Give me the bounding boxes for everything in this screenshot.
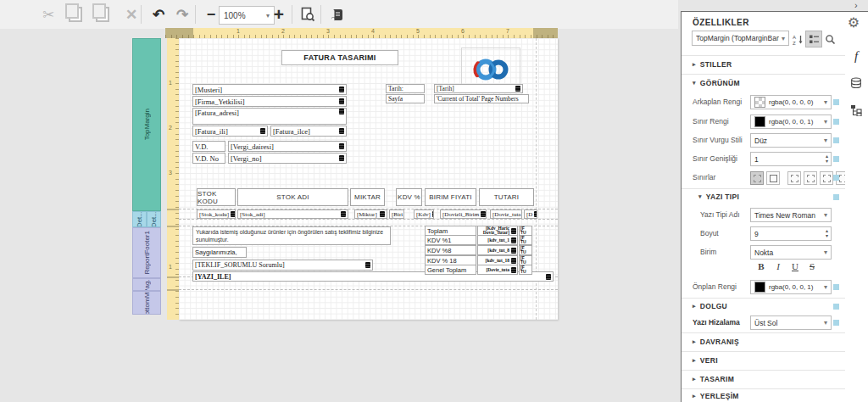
total-value[interactable]: [Doviz_tuta	[477, 265, 518, 275]
arkaplan-color-dropdown[interactable]: rgba(0, 0, 0, 0) ▾	[750, 95, 832, 109]
undo-button[interactable]: ↶	[147, 3, 170, 25]
band-detail-report[interactable]: Det...	[132, 211, 147, 227]
label-sayfa[interactable]: Sayfa	[386, 94, 425, 103]
header-miktar[interactable]: MIKTAR	[350, 188, 385, 206]
property-marker[interactable]	[833, 99, 839, 105]
detail-birim[interactable]: [Biri	[389, 209, 404, 219]
total-side-cell[interactable]: [FTU	[519, 265, 532, 275]
zoom-select[interactable]: 100%▾	[219, 6, 275, 25]
header-birim-fiyati[interactable]: BIRIM FIYATI	[425, 188, 476, 206]
scripts-button[interactable]	[326, 3, 348, 25]
property-marker[interactable]	[833, 284, 839, 290]
bold-button[interactable]: B	[754, 261, 768, 271]
label-vd-no[interactable]: V.D. No	[192, 153, 225, 164]
field-musteri[interactable]: [Musteri]	[192, 84, 347, 95]
band-report-footer[interactable]: ReportFooter1	[132, 227, 161, 278]
header-stok-adi[interactable]: STOK ADI	[237, 188, 348, 206]
font-size-spinner[interactable]: 9 ▴▾	[750, 226, 832, 241]
field-page-numbers[interactable]: 'Current of Total' Page Numbers	[434, 94, 529, 103]
report-title-label[interactable]: FATURA TASARIMI	[281, 50, 398, 65]
paste-button[interactable]	[92, 3, 114, 25]
label-regards[interactable]: Saygılarımızla,	[192, 247, 247, 258]
detail-doviz-tutar[interactable]: [Doviz_tuta	[490, 209, 522, 219]
section-yerlesim[interactable]: ▸YERLEŞİM	[682, 388, 845, 402]
band-bottom-margin[interactable]: BottomM...	[132, 291, 161, 315]
header-stok-kodu[interactable]: STOK KODU	[197, 188, 236, 206]
field-vergi-no[interactable]: [Vergi_no]	[228, 153, 347, 164]
property-marker[interactable]	[833, 304, 839, 310]
total-value[interactable]: [kdv_tut_1	[477, 235, 518, 245]
border-left-button[interactable]	[787, 171, 801, 185]
label-tarih[interactable]: Tarih:	[386, 84, 425, 93]
section-yazi-tipi[interactable]: ▾YAZI TIPI	[682, 188, 845, 204]
band-page-footer[interactable]: Pag...	[132, 278, 161, 291]
design-surface[interactable]: FATURA TASARIMI [Musteri] [Firma_Yetkili…	[179, 38, 558, 320]
field-firma-yetkilisi[interactable]: [Firma_Yetkilisi]	[192, 96, 347, 107]
detail-stok-kodu[interactable]: [Stok_kodu]	[197, 209, 236, 219]
cut-button[interactable]: ✂	[37, 3, 59, 25]
border-all-button[interactable]	[750, 171, 764, 185]
total-label[interactable]: KDV %8	[425, 245, 476, 255]
total-label[interactable]: Genel Toplam	[425, 265, 476, 275]
section-veri[interactable]: ▸VERI	[682, 351, 845, 369]
property-marker[interactable]	[833, 194, 839, 200]
band-top-margin[interactable]: TopMargin	[132, 38, 161, 211]
sinir-color-dropdown[interactable]: rgba(0, 0, 0, 1) ▾	[750, 114, 832, 129]
total-value[interactable]: [kdv_tut_8	[477, 245, 518, 255]
detail-stok-adi[interactable]: [Stok_adi]	[237, 209, 348, 219]
zoom-in-button[interactable]: +	[268, 3, 290, 25]
field-teklif-sorumlu[interactable]: [TEKLIF_SORUMLU Sorumlu]	[192, 260, 373, 271]
panel-collapse-arrow[interactable]: ›	[854, 0, 858, 10]
property-marker[interactable]	[833, 119, 839, 125]
field-fatura-ilce[interactable]: [Fatura_ilce]	[270, 126, 347, 137]
font-unit-dropdown[interactable]: Nokta ▾	[750, 245, 832, 260]
tab-field-list[interactable]	[845, 72, 867, 94]
field-fatura-ili[interactable]: [Fatura_ili]	[192, 126, 268, 137]
detail-dovizli-birim[interactable]: [Dovizli_Birim	[440, 209, 487, 219]
underline-button[interactable]: U	[788, 261, 802, 271]
spinner-arrows-icon[interactable]: ▴▾	[826, 228, 828, 238]
tab-expressions[interactable]: f	[845, 45, 867, 67]
section-dolgu[interactable]: ▸DOLGU	[682, 298, 845, 313]
field-tarih[interactable]: [Tarih]	[434, 84, 523, 93]
tab-report-explorer[interactable]	[845, 99, 867, 121]
onplan-color-dropdown[interactable]: rgba(0, 0, 0, 1) ▾	[750, 280, 832, 294]
element-selector[interactable]: TopMargin (TopMarginBand)▾	[692, 31, 789, 46]
text-align-dropdown[interactable]: Üst Sol ▾	[750, 315, 832, 330]
delete-button[interactable]: ✕	[120, 3, 142, 25]
redo-button[interactable]: ↷	[171, 3, 193, 25]
field-vergi-dairesi[interactable]: [Vergi_dairesi]	[228, 141, 347, 152]
sort-button[interactable]: A Z	[789, 31, 806, 47]
detail-miktar[interactable]: [Miktar]	[354, 209, 387, 219]
band-detail[interactable]: Det...	[147, 211, 161, 227]
copy-button[interactable]	[64, 3, 86, 25]
sinir-genisligi-spinner[interactable]: 1 ▴▾	[750, 152, 832, 166]
search-button[interactable]	[821, 31, 838, 47]
category-view-button[interactable]	[805, 31, 822, 47]
property-marker[interactable]	[833, 320, 839, 326]
sinir-vurgu-dropdown[interactable]: Düz ▾	[750, 133, 832, 148]
total-side-cell[interactable]: [FTU	[519, 245, 532, 255]
border-none-button[interactable]	[766, 171, 780, 185]
footer-note[interactable]: Yukarıda istemiş olduğunuz ürünler için …	[192, 226, 391, 245]
detail-d[interactable]: [D	[524, 209, 537, 219]
property-marker[interactable]	[833, 175, 839, 181]
preview-button[interactable]	[297, 3, 319, 25]
font-name-dropdown[interactable]: Times New Roman ▾	[750, 208, 832, 222]
section-davranis[interactable]: ▸DAVRANIŞ	[682, 332, 845, 350]
header-tutari[interactable]: TUTARI	[479, 188, 534, 206]
property-marker[interactable]	[833, 137, 839, 143]
section-stiller[interactable]: ▸STILLER	[682, 55, 845, 72]
total-label[interactable]: KDV %1	[425, 235, 476, 245]
total-side-cell[interactable]: [FTU	[519, 235, 532, 245]
label-vd[interactable]: V.D.	[192, 141, 225, 152]
section-gorunum[interactable]: ▾GÖRÜNÜM	[682, 74, 845, 91]
border-top-button[interactable]	[804, 171, 817, 185]
section-tasarim[interactable]: ▸TASARIM	[682, 370, 845, 388]
detail-kdv[interactable]: [Kdv]	[414, 209, 434, 219]
spinner-arrows-icon[interactable]: ▴▾	[826, 154, 828, 164]
header-kdv[interactable]: KDV %	[396, 188, 422, 206]
gear-icon[interactable]: ⚙	[848, 14, 860, 31]
italic-button[interactable]: I	[771, 261, 785, 271]
field-fatura-adresi[interactable]: [Fatura_adresi]	[192, 108, 347, 125]
